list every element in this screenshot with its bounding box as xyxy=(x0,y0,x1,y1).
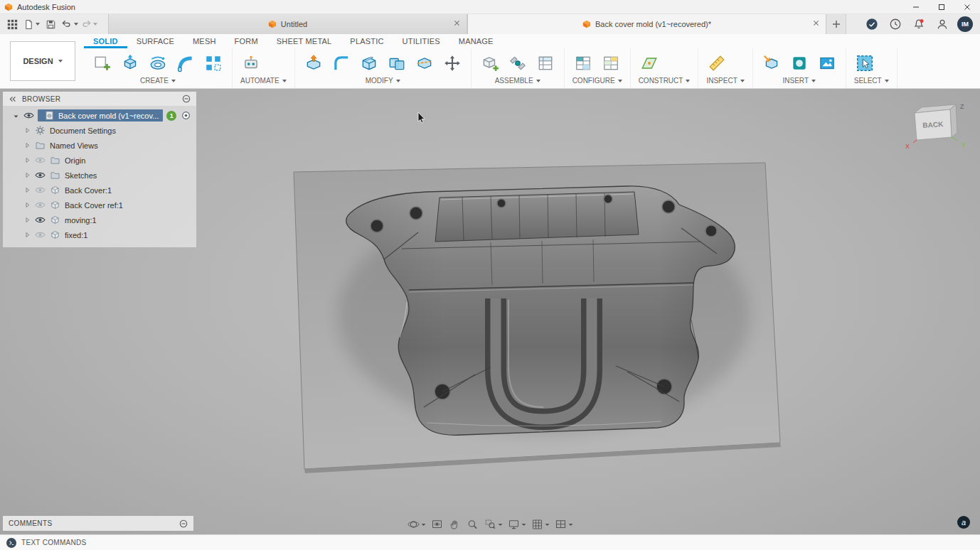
activate-radio-icon[interactable] xyxy=(181,111,191,120)
expand-icon[interactable] xyxy=(23,172,31,178)
expand-icon[interactable] xyxy=(23,232,31,238)
orbit-icon[interactable] xyxy=(405,517,428,532)
text-commands-label[interactable]: TEXT COMMANDS xyxy=(21,539,87,546)
joint-icon[interactable] xyxy=(507,53,528,74)
move-icon[interactable] xyxy=(442,53,463,74)
expand-icon[interactable] xyxy=(23,217,31,223)
display-settings-icon[interactable] xyxy=(506,517,528,532)
pan-icon[interactable] xyxy=(447,517,464,532)
tab-manage[interactable]: MANAGE xyxy=(449,34,503,48)
expand-icon[interactable] xyxy=(23,187,31,193)
tree-item-label[interactable]: Origin xyxy=(65,156,85,165)
tree-item-label[interactable]: Back Cover ref:1 xyxy=(65,201,123,210)
document-tab-untitled[interactable]: Untitled xyxy=(108,14,467,34)
extensions-icon[interactable] xyxy=(887,16,904,33)
combine-icon[interactable] xyxy=(386,53,408,74)
tree-row-sketches[interactable]: Sketches xyxy=(3,168,196,183)
undo-icon[interactable] xyxy=(61,16,78,33)
press-pull-icon[interactable] xyxy=(303,53,324,74)
close-button[interactable] xyxy=(954,0,980,14)
tab-mesh[interactable]: MESH xyxy=(183,34,225,48)
split-body-icon[interactable] xyxy=(414,53,435,74)
expand-icon[interactable] xyxy=(23,157,31,163)
file-menu-icon[interactable] xyxy=(23,16,40,33)
tree-item-label[interactable]: Sketches xyxy=(65,171,97,180)
configuration-icon[interactable] xyxy=(572,53,594,74)
minimize-button[interactable] xyxy=(903,0,929,14)
comments-options-icon[interactable] xyxy=(179,519,188,528)
new-component-icon[interactable] xyxy=(479,53,501,74)
tree-item-label[interactable]: Back Cover:1 xyxy=(65,186,112,195)
visibility-eye-icon[interactable] xyxy=(34,216,46,224)
viewcube-face-label[interactable]: BACK xyxy=(922,120,944,129)
visibility-eye-icon[interactable] xyxy=(23,112,35,119)
grid-settings-icon[interactable] xyxy=(529,517,552,532)
workspace-selector[interactable]: DESIGN xyxy=(10,41,75,81)
create-sketch-icon[interactable] xyxy=(92,53,113,74)
assistant-icon[interactable]: a xyxy=(957,516,970,529)
tree-row-origin[interactable]: Origin xyxy=(3,153,196,168)
tree-item-label[interactable]: moving:1 xyxy=(65,216,97,225)
extrude-icon[interactable] xyxy=(119,53,141,74)
tree-row-back-cover-ref[interactable]: Back Cover ref:1 xyxy=(3,198,196,212)
avatar[interactable]: IM xyxy=(957,16,973,32)
automate-icon[interactable] xyxy=(240,53,262,74)
panel-options-icon[interactable] xyxy=(182,95,191,103)
root-item-label[interactable]: Back cover mold (v1~recov... xyxy=(58,112,159,120)
expand-icon[interactable] xyxy=(23,127,31,134)
pattern-icon[interactable] xyxy=(203,53,224,74)
expand-icon[interactable] xyxy=(23,202,31,208)
assemble-menu[interactable]: ASSEMBLE xyxy=(479,77,556,86)
redo-icon[interactable] xyxy=(80,16,97,33)
tab-form[interactable]: FORM xyxy=(225,34,267,48)
visibility-eye-icon[interactable] xyxy=(34,231,46,239)
tree-item-label[interactable]: Named Views xyxy=(50,141,98,150)
configure-menu[interactable]: CONFIGURE xyxy=(572,77,622,86)
visibility-eye-icon[interactable] xyxy=(34,156,46,164)
decal-icon[interactable] xyxy=(789,53,810,74)
select-menu[interactable]: SELECT xyxy=(854,77,889,86)
version-badge[interactable]: 1 xyxy=(166,111,176,121)
app-grid-icon[interactable] xyxy=(4,16,21,33)
inspect-menu[interactable]: INSPECT xyxy=(706,77,744,86)
tree-row-back-cover[interactable]: Back Cover:1 xyxy=(3,183,196,198)
viewcube[interactable]: BACK Z X Y xyxy=(903,102,971,153)
tab-plastic[interactable]: PLASTIC xyxy=(341,34,393,48)
tree-item-label[interactable]: fixed:1 xyxy=(65,231,87,239)
tab-surface[interactable]: SURFACE xyxy=(127,34,183,48)
tab-sheet-metal[interactable]: SHEET METAL xyxy=(267,34,341,48)
new-tab-icon[interactable] xyxy=(826,14,846,34)
sweep-icon[interactable] xyxy=(175,53,196,74)
select-icon[interactable] xyxy=(854,53,875,74)
configuration-table-icon[interactable] xyxy=(600,53,622,74)
tree-item-label[interactable]: Document Settings xyxy=(50,126,116,135)
measure-icon[interactable] xyxy=(706,53,728,74)
tab-close-icon[interactable] xyxy=(813,20,819,26)
job-status-icon[interactable] xyxy=(863,16,880,33)
revolve-icon[interactable] xyxy=(147,53,169,74)
profile-icon[interactable] xyxy=(934,16,951,33)
tab-utilities[interactable]: UTILITIES xyxy=(393,34,449,48)
tree-row-root[interactable]: Back cover mold (v1~recov... 1 xyxy=(3,108,196,123)
tree-row-moving[interactable]: moving:1 xyxy=(3,212,196,227)
modify-menu[interactable]: MODIFY xyxy=(303,77,463,86)
zoom-icon[interactable] xyxy=(464,517,481,532)
construction-plane-icon[interactable] xyxy=(639,53,660,74)
tree-row-fixed[interactable]: fixed:1 xyxy=(3,227,196,242)
tree-row-named-views[interactable]: Named Views xyxy=(3,138,196,153)
selected-root-item[interactable]: Back cover mold (v1~recov... xyxy=(38,109,163,122)
comments-panel[interactable]: COMMENTS xyxy=(3,516,193,531)
insert-menu[interactable]: INSERT xyxy=(761,77,838,86)
maximize-button[interactable] xyxy=(929,0,954,14)
notifications-bell-icon[interactable] xyxy=(910,16,927,33)
viewports-icon[interactable] xyxy=(553,517,575,532)
document-tab-active[interactable]: Back cover mold (v1~recovered)* xyxy=(467,14,826,34)
construct-menu[interactable]: CONSTRUCT xyxy=(639,77,691,86)
automate-menu[interactable]: AUTOMATE xyxy=(240,77,287,86)
tree-row-document-settings[interactable]: Document Settings xyxy=(3,123,196,138)
tab-close-icon[interactable] xyxy=(454,20,460,26)
collapse-panel-icon[interactable] xyxy=(9,95,16,103)
save-icon[interactable] xyxy=(42,16,59,33)
zoom-window-icon[interactable] xyxy=(482,517,505,532)
create-menu[interactable]: CREATE xyxy=(92,77,224,86)
